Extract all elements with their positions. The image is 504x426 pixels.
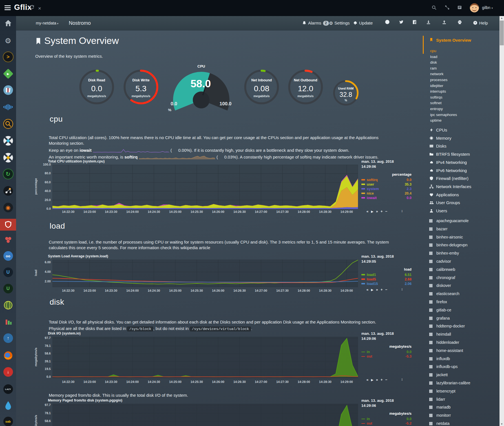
airsonic-icon[interactable] [0,101,16,113]
disk-skip-forward-button[interactable]: » [376,378,378,382]
toc-subitem-interrupts[interactable]: interrupts [430,89,446,93]
load-skip-forward-button[interactable]: » [376,287,378,292]
toc-subitem-ipc-semaphores[interactable]: ipc semaphores [430,113,457,117]
toc-section-Applications[interactable]: Applications [429,192,459,198]
scrollbar-thumb[interactable] [500,21,504,45]
firefox-icon[interactable] [0,350,16,362]
disk-read-gauge[interactable]: Disk Read0.0megabytes/s [77,67,116,107]
cpu-skip-forward-button[interactable]: » [376,209,378,213]
toc-app-diskover[interactable]: diskover [429,283,451,288]
toc-app-monitorr[interactable]: monitorr [429,413,451,418]
toc-section-BTRFS-filesystem[interactable]: BTRFS filesystem [429,152,470,157]
toc-section-IPv4-Networking[interactable]: IPv4 Networking [429,160,467,165]
disk-legend-in[interactable]: in0.0 [361,350,412,354]
toc-app-letsencrypt[interactable]: letsencrypt [429,389,456,394]
cpu-chart-plot[interactable] [52,165,358,209]
help-button[interactable]: ?Help [473,16,488,30]
toc-subitem-ram[interactable]: ram [430,66,437,70]
disk-resize-handle[interactable]: ↕ [401,377,403,381]
oo-app-icon[interactable]: oo [0,250,16,262]
toc-app-chronograf[interactable]: chronograf [429,275,455,280]
molecule-app-icon[interactable] [0,185,16,197]
lazylibrarian-icon[interactable]: LAZY [0,383,16,395]
toc-app-bazarr[interactable]: bazarr [429,227,448,232]
toc-subitem-network[interactable]: network [430,72,443,76]
load-skip-back-button[interactable]: « [366,287,368,292]
home-shortcut-icon[interactable] [0,17,16,29]
toc-subitem-softnet[interactable]: softnet [430,101,442,105]
toc-app-grafana[interactable]: grafana [429,316,450,321]
toc-app-jackett[interactable]: jackett [429,373,448,378]
shield-app-icon[interactable] [0,219,16,231]
close-tab-icon[interactable]: × [38,5,41,12]
load-legend-load5[interactable]: load52.68 [361,277,412,281]
cpu-skip-back-button[interactable]: « [366,209,368,213]
toc-app-calibreweb[interactable]: calibreweb [429,267,455,272]
net-inbound-gauge[interactable]: Net Inbound0.08megabits/s [242,67,281,107]
toc-subitem-idlejitter[interactable]: idlejitter [430,84,443,88]
toc-app-gitlab-ce[interactable]: gitlab-ce [429,308,451,313]
toc-app-binhex-airsonic[interactable]: binhex-airsonic [429,235,463,240]
emby-icon[interactable]: ▶ [0,68,16,80]
toc-section-IPv6-Networking[interactable]: IPv6 Networking [429,168,467,173]
u-green-app-icon[interactable]: U [0,283,16,295]
toc-section-User-Groups[interactable]: User Groups [429,200,460,206]
cpu-zoom-in-button[interactable]: + [381,209,383,213]
toc-section-Disks[interactable]: Disks [429,144,446,149]
cpu-legend-user[interactable]: user35.3 [361,182,412,186]
cpu-legend-iowait[interactable]: iowait0.0 [361,196,412,200]
cpu-play-button[interactable]: ▶ [371,210,373,213]
update-button[interactable]: Update [353,16,373,30]
net-outbound-gauge[interactable]: Net Outbound12.0megabits/s [286,67,325,107]
toc-section-CPUs[interactable]: CPUs [429,128,447,133]
disk-zoom-out-button[interactable]: − [385,378,388,382]
ring-app-icon[interactable]: ◉ [0,202,16,213]
load-legend-load15[interactable]: load152.06 [361,282,412,286]
load-resize-handle[interactable]: ↕ [401,287,403,291]
mem-legend-in[interactable]: in0.0 [361,417,412,421]
upload-snapshot-icon[interactable] [442,16,446,30]
jackett-icon[interactable] [0,118,16,130]
toc-app-cadvisor[interactable]: cadvisor [429,259,451,264]
toc-subitem-disk[interactable]: disk [430,60,437,64]
window-up-app-icon[interactable]: ↑ [0,332,16,344]
toc-app-elasticsearch[interactable]: elasticsearch [429,291,459,296]
toc-app-binhex-emby[interactable]: binhex-emby [429,251,459,256]
swirl-app-icon[interactable]: ↻ [0,168,16,180]
settings-button[interactable]: ⚙Settings [329,16,350,30]
download-app-icon[interactable]: ↓ [0,366,16,378]
cpu-gauge[interactable]: CPU58.00.0100.0% [165,70,238,118]
load-play-button[interactable]: ▶ [371,288,373,292]
toc-subitem-processes[interactable]: processes [430,78,448,82]
toc-section-Users[interactable]: Users [429,208,447,214]
disk-chart-plot[interactable] [52,337,358,378]
cpu-resize-handle[interactable]: ↕ [401,209,403,213]
plex-icon[interactable]: > [0,51,16,63]
changelog-icon[interactable] [457,5,462,11]
cpu-legend-system[interactable]: system2.3 [361,187,412,191]
cluster-app-icon[interactable] [0,234,16,246]
avatar[interactable] [470,3,479,14]
cpu-legend-nice[interactable]: nice20.4 [361,191,412,195]
server-dropdown[interactable]: my-netdata ▾ [36,16,58,30]
toc-subitem-cpu[interactable]: cpu [430,49,436,53]
disk-play-button[interactable]: ▶ [371,378,373,382]
toc-app-heimdall[interactable]: heimdall [429,332,451,337]
toc-app-home-assistant[interactable]: home-assistant [429,348,463,353]
toc-app-influxdb[interactable]: influxdb [429,356,450,362]
fullscreen-icon[interactable] [445,5,450,11]
user-menu[interactable]: gilbn ▾ [482,5,493,10]
toc-app-firefox[interactable]: firefox [429,300,447,305]
alarms-button[interactable]: Alarms2 [302,16,329,30]
toc-subitem-load[interactable]: load [430,55,437,59]
meter-app-icon[interactable] [0,316,16,328]
toc-app-lidarr[interactable]: lidarr [429,397,445,402]
u-blue-app-icon[interactable]: U [0,266,16,278]
disk-legend-out[interactable]: out-5.3 [361,354,412,358]
github-icon[interactable] [385,16,390,30]
cpu-legend-softirq[interactable]: softirq0.0 [361,178,412,182]
toc-subitem-entropy[interactable]: entropy [430,107,443,111]
toc-section-Memory[interactable]: Memory [429,136,451,141]
load-chart-plot[interactable] [52,260,358,287]
toc-app-netdata[interactable]: netdata [429,421,450,426]
